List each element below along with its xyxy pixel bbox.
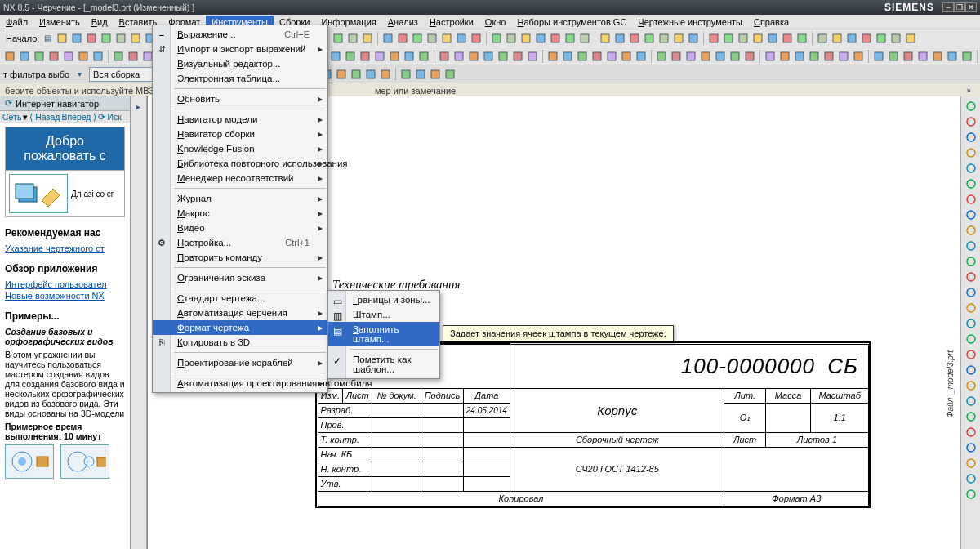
menu-item[interactable]: Журнал (153, 191, 327, 206)
right-tool-icon[interactable] (964, 426, 978, 439)
toolbar-icon[interactable] (332, 32, 345, 45)
toolbar-icon[interactable] (399, 68, 412, 81)
toolbar-icon[interactable] (452, 50, 466, 63)
toolbar-icon[interactable] (822, 50, 835, 63)
toolbar-icon[interactable] (613, 32, 626, 45)
toolbar-icon[interactable] (3, 50, 16, 63)
menu-item[interactable]: Визуальный редактор... (153, 56, 327, 71)
menu-item[interactable]: =Выражение...Ctrl+E (153, 27, 327, 42)
right-tool-icon[interactable] (964, 441, 978, 454)
toolbar-icon[interactable] (590, 50, 604, 63)
menu-item[interactable]: Проектирование кораблей (153, 355, 327, 370)
menu-item[interactable]: Автоматизация проектирования автомобиля (153, 376, 327, 391)
toolbar-icon[interactable] (70, 32, 83, 45)
toolbar-icon[interactable] (916, 50, 929, 63)
menu-настройки[interactable]: Настройки (424, 16, 479, 29)
overview-link-1[interactable]: Интерфейс пользовател (5, 279, 125, 289)
toolbar-icon[interactable] (620, 50, 633, 63)
right-tool-icon[interactable] (964, 317, 978, 330)
menu-item[interactable]: Повторить команду (153, 250, 327, 265)
right-tool-icon[interactable] (964, 255, 978, 268)
menu-item[interactable]: Менеджер несоответствий (153, 171, 327, 185)
toolbar-icon[interactable] (643, 32, 656, 45)
toolbar-icon[interactable] (743, 50, 756, 63)
toolbar-icon[interactable] (808, 50, 821, 63)
submenu-item[interactable]: ▤Заполнить штамп... (328, 322, 439, 346)
right-tool-icon[interactable] (964, 239, 978, 252)
menu-item[interactable]: ⇵Импорт и экспорт выражений (153, 42, 327, 56)
toolbar-icon[interactable] (440, 32, 453, 45)
toolbar-icon[interactable] (657, 32, 670, 45)
nav-net[interactable]: Сеть (2, 112, 21, 122)
toolbar-icon[interactable] (361, 32, 374, 45)
minimize-button[interactable]: – (942, 2, 954, 12)
right-tool-icon[interactable] (964, 286, 978, 299)
filter-icon[interactable]: ▾ (73, 68, 86, 81)
toolbar-icon[interactable] (526, 50, 539, 63)
menu-bar[interactable]: ФайлИзменитьВидВставитьФорматИнструменты… (0, 15, 980, 29)
toolbar-icon[interactable] (47, 50, 60, 63)
menu-справка[interactable]: Справка (748, 16, 795, 29)
right-tool-icon[interactable] (964, 193, 978, 206)
menu-изменить[interactable]: Изменить (33, 16, 86, 29)
right-tool-icon[interactable] (964, 364, 978, 377)
right-tool-icon[interactable] (964, 115, 978, 128)
toolbar-icon[interactable] (946, 50, 959, 63)
submenu-item[interactable]: ✓Пометить как шаблон... (328, 352, 439, 377)
toolbar-icon[interactable] (417, 50, 430, 63)
menu-item[interactable]: Библиотека повторного использования (153, 156, 327, 171)
menu-item[interactable]: Knowledge Fusion (153, 141, 327, 156)
right-tool-icon[interactable] (964, 270, 978, 283)
toolbar-icon[interactable] (564, 32, 577, 45)
toolbar-icon[interactable] (388, 50, 401, 63)
refresh-icon[interactable]: ⟳ (5, 98, 12, 109)
toolbar-icon[interactable] (831, 32, 844, 45)
toolbar-icon[interactable] (344, 50, 357, 63)
toolbar-icon[interactable] (728, 50, 742, 63)
right-tool-icon[interactable] (964, 472, 978, 485)
toolbar-icon[interactable] (129, 32, 142, 45)
toolbar-icon[interactable] (425, 32, 439, 45)
example-thumb-1[interactable] (5, 444, 54, 479)
toolbar-icon[interactable] (467, 50, 480, 63)
submenu-item[interactable]: ▭Границы и зоны... (328, 292, 439, 307)
toolbar-icon[interactable] (670, 50, 683, 63)
toolbar-icon[interactable] (578, 32, 591, 45)
menu-item[interactable]: Макрос (153, 206, 327, 221)
toolbar-icon[interactable] (373, 50, 386, 63)
right-tool-icon[interactable] (964, 348, 978, 361)
toolbar-icon[interactable] (795, 32, 808, 45)
right-tool-icon[interactable] (964, 177, 978, 190)
toolbar-icon[interactable] (91, 50, 105, 63)
menu-item[interactable]: Навигатор сборки (153, 127, 327, 141)
toolbar-icon[interactable] (549, 32, 562, 45)
nav-refresh-icon[interactable]: ⟳ (98, 112, 105, 122)
toolbar-icon[interactable] (438, 50, 451, 63)
toolbar-icon[interactable] (85, 32, 98, 45)
menu-item[interactable]: Электронная таблица... (153, 71, 327, 86)
toolbar-icon[interactable] (737, 32, 750, 45)
toolbar-icon[interactable] (534, 32, 547, 45)
right-tool-icon[interactable] (964, 146, 978, 159)
toolbar-icon[interactable] (707, 32, 720, 45)
toolbar-icon[interactable] (599, 32, 612, 45)
new-icon[interactable]: ▤ (41, 32, 54, 45)
toolbar-icon[interactable] (687, 32, 700, 45)
toolbar-icon[interactable] (497, 50, 510, 63)
toolbar-icon[interactable] (381, 32, 394, 45)
toolbar-icon[interactable] (561, 50, 574, 63)
toolbar-icon[interactable] (546, 50, 559, 63)
toolbar-icon[interactable] (605, 50, 618, 63)
toolbar-icon[interactable] (852, 50, 865, 63)
toolbar-icon[interactable] (628, 32, 641, 45)
toolbar-icon[interactable] (329, 50, 342, 63)
toolbar-icon[interactable] (114, 32, 127, 45)
toolbar-icon[interactable] (778, 50, 791, 63)
toolbar-icon[interactable] (429, 68, 442, 81)
prompt-collapse-icon[interactable]: » (962, 84, 975, 97)
toolbar-icon[interactable] (364, 68, 377, 81)
right-tool-icon[interactable] (964, 379, 978, 392)
menu-item[interactable]: Автоматизация черчения (153, 306, 327, 320)
toolbar-icon[interactable] (837, 50, 850, 63)
toolbar-icon[interactable] (751, 32, 764, 45)
